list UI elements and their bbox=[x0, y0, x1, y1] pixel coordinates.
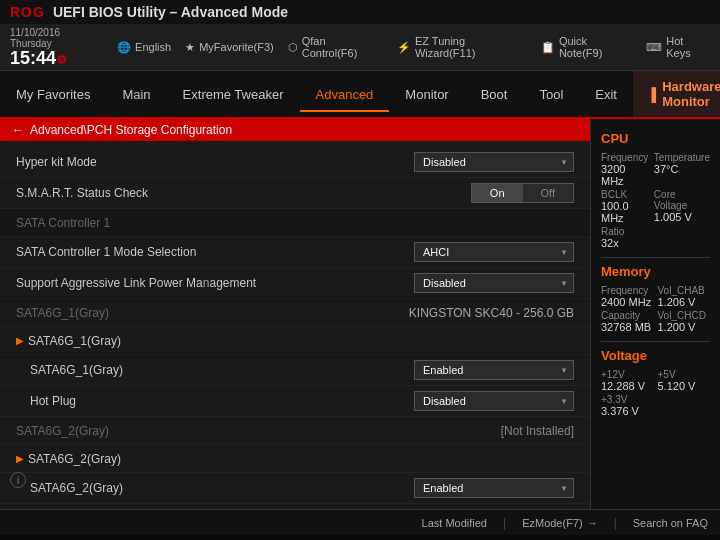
cpu-temp-label: Temperature bbox=[654, 152, 710, 163]
hot-plug-select[interactable]: Disabled Enabled bbox=[414, 391, 574, 411]
bclk-value: 100.0 MHz bbox=[601, 200, 650, 224]
mem-freq-value: 2400 MHz bbox=[601, 296, 654, 308]
footer-sep-2: | bbox=[614, 516, 617, 530]
hot-keys-label: Hot Keys bbox=[666, 35, 710, 59]
12v-label: +12V bbox=[601, 369, 654, 380]
sata6g1-info-label: SATA6G_1(Gray) bbox=[16, 306, 409, 320]
expand-sata6g2-icon: ▶ bbox=[16, 453, 24, 464]
info-bar: 11/10/2016 Thursday 15:44⚙ 🌐 English ★ M… bbox=[0, 24, 720, 71]
3v3-label: +3.3V bbox=[601, 394, 654, 405]
nav-favorites[interactable]: My Favorites bbox=[0, 79, 106, 110]
sata6g2-select-wrapper: Enabled Disabled bbox=[414, 478, 574, 498]
sata-mode-select-wrapper: AHCI IDE RAID bbox=[414, 242, 574, 262]
settings-list: Hyper kit Mode Disabled Enabled S.M.A.R.… bbox=[0, 141, 590, 505]
ez-icon: ⚡ bbox=[397, 41, 411, 54]
hw-divider-1 bbox=[601, 257, 710, 258]
smart-label: S.M.A.R.T. Status Check bbox=[16, 186, 471, 200]
info-icon[interactable]: i bbox=[10, 472, 26, 488]
vol-chab-value: 1.206 V bbox=[658, 296, 711, 308]
breadcrumb[interactable]: ← Advanced\PCH Storage Configuration bbox=[0, 119, 590, 141]
setting-sata6g1-select: SATA6G_1(Gray) Enabled Disabled bbox=[0, 355, 590, 386]
sata6g2-info-value: [Not Installed] bbox=[501, 424, 574, 438]
bottom-bar: Version 2.17.1246. Copyright (C) 2016 Am… bbox=[0, 535, 720, 540]
setting-sata6g2-expand[interactable]: ▶ SATA6G_2(Gray) bbox=[0, 445, 590, 473]
nav-monitor[interactable]: Monitor bbox=[389, 79, 464, 110]
date-label: 11/10/2016 Thursday bbox=[10, 27, 103, 49]
search-faq-btn[interactable]: Search on FAQ bbox=[633, 517, 708, 529]
voltage-section-title: Voltage bbox=[601, 348, 710, 363]
footer: Last Modified | EzMode(F7) → | Search on… bbox=[0, 509, 720, 535]
hw-monitor-tab[interactable]: ▐ Hardware Monitor bbox=[633, 71, 720, 117]
setting-sata6g1-expand[interactable]: ▶ SATA6G_1(Gray) bbox=[0, 327, 590, 355]
aggressive-link-select-wrapper: Disabled Enabled bbox=[414, 273, 574, 293]
toggle-off-btn[interactable]: Off bbox=[523, 184, 573, 202]
monitor-icon: ▐ bbox=[647, 87, 656, 102]
vol-chab-label: Vol_CHAB bbox=[658, 285, 711, 296]
ratio-label: Ratio bbox=[601, 226, 650, 237]
sata6g1-select[interactable]: Enabled Disabled bbox=[414, 360, 574, 380]
back-arrow-icon[interactable]: ← bbox=[12, 123, 24, 137]
last-modified-btn[interactable]: Last Modified bbox=[422, 517, 487, 529]
setting-sata-mode: SATA Controller 1 Mode Selection AHCI ID… bbox=[0, 237, 590, 268]
hyper-kit-select-wrapper: Disabled Enabled bbox=[414, 152, 574, 172]
main-nav: My Favorites Main Extreme Tweaker Advanc… bbox=[0, 71, 720, 119]
setting-sata6g2-select: SATA6G_2(Gray) Enabled Disabled bbox=[0, 473, 590, 504]
cpu-freq-value: 3200 MHz bbox=[601, 163, 650, 187]
nav-tool[interactable]: Tool bbox=[523, 79, 579, 110]
aggressive-link-select[interactable]: Disabled Enabled bbox=[414, 273, 574, 293]
ez-mode-label: EzMode(F7) bbox=[522, 517, 583, 529]
setting-aggressive-link: Support Aggressive Link Power Management… bbox=[0, 268, 590, 299]
hot-keys-btn[interactable]: ⌨ Hot Keys bbox=[646, 35, 710, 59]
quick-note-btn[interactable]: 📋 Quick Note(F9) bbox=[541, 35, 632, 59]
title-bar: ROG UEFI BIOS Utility – Advanced Mode bbox=[0, 0, 720, 24]
sata6g1-expand-label: SATA6G_1(Gray) bbox=[28, 334, 574, 348]
ratio-value: 32x bbox=[601, 237, 650, 249]
star-icon: ★ bbox=[185, 41, 195, 54]
nav-exit[interactable]: Exit bbox=[579, 79, 633, 110]
capacity-label: Capacity bbox=[601, 310, 654, 321]
sata6g2-select-label: SATA6G_2(Gray) bbox=[30, 481, 414, 495]
hw-monitor-label: Hardware Monitor bbox=[662, 79, 720, 109]
ez-mode-arrow-icon: → bbox=[587, 517, 598, 529]
sata6g2-expand-label: SATA6G_2(Gray) bbox=[28, 452, 574, 466]
5v-value: 5.120 V bbox=[658, 380, 711, 392]
sata-mode-select[interactable]: AHCI IDE RAID bbox=[414, 242, 574, 262]
3v3-value: 3.376 V bbox=[601, 405, 654, 417]
core-voltage-label: Core Voltage bbox=[654, 189, 710, 211]
datetime: 11/10/2016 Thursday 15:44⚙ bbox=[10, 27, 103, 67]
favorite-label: MyFavorite(F3) bbox=[199, 41, 274, 53]
setting-sata6g2-info: SATA6G_2(Gray) [Not Installed] bbox=[0, 417, 590, 445]
sata6g1-info-value: KINGSTON SKC40 - 256.0 GB bbox=[409, 306, 574, 320]
vol-chcd-label: Vol_CHCD bbox=[658, 310, 711, 321]
ez-mode-btn[interactable]: EzMode(F7) → bbox=[522, 517, 598, 529]
language-selector[interactable]: 🌐 English bbox=[117, 41, 171, 54]
nav-boot[interactable]: Boot bbox=[465, 79, 524, 110]
ez-tuning-btn[interactable]: ⚡ EZ Tuning Wizard(F11) bbox=[397, 35, 527, 59]
hyper-kit-select[interactable]: Disabled Enabled bbox=[414, 152, 574, 172]
12v-value: 12.288 V bbox=[601, 380, 654, 392]
time-display: 15:44⚙ bbox=[10, 49, 103, 67]
smart-toggle: On Off bbox=[471, 183, 574, 203]
setting-sata6g1-info: SATA6G_1(Gray) KINGSTON SKC40 - 256.0 GB bbox=[0, 299, 590, 327]
sata-header-label: SATA Controller 1 bbox=[16, 216, 574, 230]
cpu-temp-value: 37°C bbox=[654, 163, 710, 175]
fan-icon: ⬡ bbox=[288, 41, 298, 54]
sata6g2-select[interactable]: Enabled Disabled bbox=[414, 478, 574, 498]
sata6g2-info-label: SATA6G_2(Gray) bbox=[16, 424, 501, 438]
core-voltage-value: 1.005 V bbox=[654, 211, 710, 223]
nav-extreme-tweaker[interactable]: Extreme Tweaker bbox=[167, 79, 300, 110]
note-icon: 📋 bbox=[541, 41, 555, 54]
hot-plug-label: Hot Plug bbox=[30, 394, 414, 408]
sata6g1-select-label: SATA6G_1(Gray) bbox=[30, 363, 414, 377]
my-favorite-btn[interactable]: ★ MyFavorite(F3) bbox=[185, 41, 274, 54]
breadcrumb-path: Advanced\PCH Storage Configuration bbox=[30, 123, 232, 137]
nav-main[interactable]: Main bbox=[106, 79, 166, 110]
language-label: English bbox=[135, 41, 171, 53]
cpu-data-grid: Frequency 3200 MHz Temperature 37°C BCLK… bbox=[601, 152, 710, 249]
rog-logo: ROG bbox=[10, 4, 45, 20]
nav-advanced[interactable]: Advanced bbox=[300, 79, 390, 112]
hyper-kit-label: Hyper kit Mode bbox=[16, 155, 414, 169]
toggle-on-btn[interactable]: On bbox=[472, 184, 523, 202]
capacity-value: 32768 MB bbox=[601, 321, 654, 333]
qfan-btn[interactable]: ⬡ Qfan Control(F6) bbox=[288, 35, 383, 59]
